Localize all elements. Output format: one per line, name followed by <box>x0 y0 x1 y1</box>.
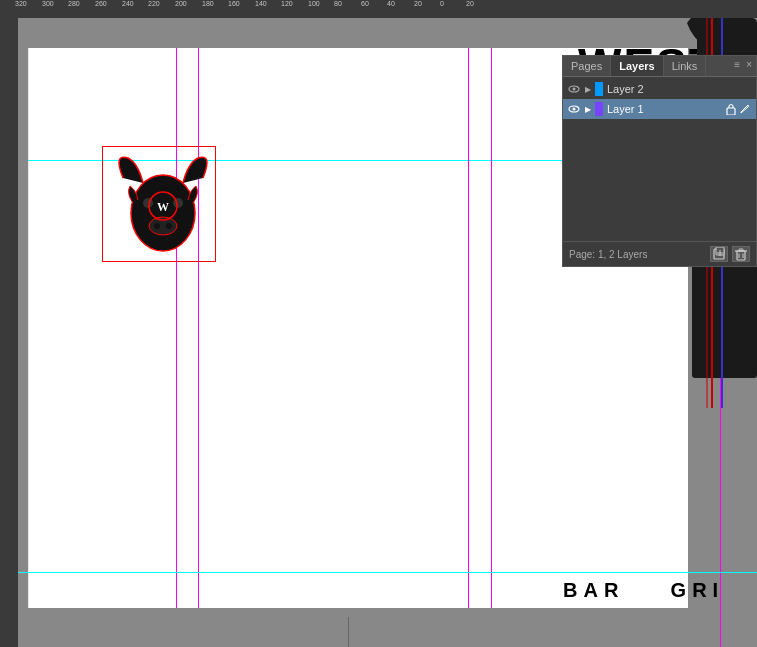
svg-rect-24 <box>739 249 743 251</box>
panel-footer: Page: 1, 2 Layers <box>563 241 756 266</box>
ruler-mark: 180 <box>202 0 214 7</box>
tab-links[interactable]: Links <box>664 56 707 76</box>
guide-vertical-3[interactable] <box>468 48 469 608</box>
svg-point-16 <box>573 108 576 111</box>
tab-pages[interactable]: Pages <box>563 56 611 76</box>
svg-rect-22 <box>737 251 745 260</box>
delete-layer-button[interactable] <box>732 246 750 262</box>
ruler-mark: 260 <box>95 0 107 7</box>
ruler-mark: 100 <box>308 0 320 7</box>
ruler-mark: 120 <box>281 0 293 7</box>
guide-horizontal-bottom[interactable] <box>18 572 757 573</box>
ruler-mark: 0 <box>440 0 444 7</box>
tab-layers[interactable]: Layers <box>611 56 663 76</box>
footer-buttons <box>710 246 750 262</box>
layer-visibility-2[interactable] <box>567 82 581 96</box>
ruler-mark: 60 <box>361 0 369 7</box>
ruler-mark: 20 <box>414 0 422 7</box>
panel-empty-space <box>563 121 756 241</box>
svg-rect-17 <box>727 108 735 115</box>
panel-menu-icon[interactable]: ≡ <box>734 59 740 70</box>
layer-row-2[interactable]: ▶ Layer 2 <box>563 79 756 99</box>
layer-name-1: Layer 1 <box>607 103 724 115</box>
layer-edit-icon-1[interactable] <box>738 102 752 116</box>
panel-close-button[interactable]: × <box>746 59 752 70</box>
selection-outline <box>102 146 216 262</box>
layer-expand-arrow-1[interactable]: ▶ <box>583 104 593 114</box>
ruler-mark: 200 <box>175 0 187 7</box>
ruler-mark: 40 <box>387 0 395 7</box>
layer-name-2: Layer 2 <box>607 83 752 95</box>
panel-tabs: Pages Layers Links ≡ × <box>563 56 756 77</box>
layer-visibility-1[interactable] <box>567 102 581 116</box>
panel-body: ▶ Layer 2 ▶ Layer 1 <box>563 77 756 121</box>
ruler-mark: 240 <box>122 0 134 7</box>
col-guide-1 <box>28 48 29 608</box>
svg-point-14 <box>573 88 576 91</box>
ruler-mark: 300 <box>42 0 54 7</box>
ruler-mark: 160 <box>228 0 240 7</box>
ruler-mark: 140 <box>255 0 267 7</box>
gri-label: GRI <box>671 579 725 601</box>
ruler-mark: 20 <box>466 0 474 7</box>
layer-expand-arrow-2[interactable]: ▶ <box>583 84 593 94</box>
guide-vertical-2[interactable] <box>198 48 199 608</box>
bar-gri-text: BAR GRI <box>563 579 724 602</box>
ruler-mark: 80 <box>334 0 342 7</box>
guide-vertical-1[interactable] <box>176 48 177 608</box>
ruler-mark: 320 <box>15 0 27 7</box>
ruler-mark: 280 <box>68 0 80 7</box>
footer-page-info: Page: 1, 2 Layers <box>569 249 647 260</box>
layer-lock-icon-1[interactable] <box>724 102 738 116</box>
new-layer-button[interactable] <box>710 246 728 262</box>
guide-vertical-4[interactable] <box>491 48 492 608</box>
layer-row-1[interactable]: ▶ Layer 1 <box>563 99 756 119</box>
ruler-left <box>0 18 18 647</box>
layer-color-swatch-1 <box>595 102 603 116</box>
center-mark-bottom <box>348 617 349 647</box>
layers-panel[interactable]: Pages Layers Links ≡ × ▶ Layer 2 ▶ <box>562 55 757 267</box>
bar-label: BAR <box>563 579 624 601</box>
layer-color-swatch-2 <box>595 82 603 96</box>
ruler-mark: 220 <box>148 0 160 7</box>
ruler-top: 320 300 280 260 240 220 200 180 160 140 … <box>0 0 757 18</box>
